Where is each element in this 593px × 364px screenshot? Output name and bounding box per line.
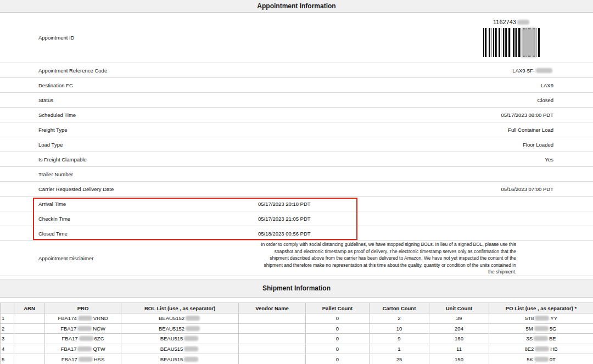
redaction-blur — [77, 326, 92, 331]
appointment-info-table: Appointment ID1162743Appointment Referen… — [0, 13, 593, 276]
barcode: 1162743 — [483, 19, 540, 57]
field-value: LAX9 — [258, 82, 593, 88]
table-cell-pallet: 0 — [306, 334, 370, 344]
redaction-blur — [79, 357, 93, 362]
field-label: Appointment Disclaimer — [0, 255, 258, 261]
shipment-info-title: Shipment Information — [262, 284, 331, 292]
appointment-row: StatusClosed — [0, 93, 593, 108]
shipment-table-header-row: ARNPROBOL List (use , as separator)Vendo… — [1, 303, 593, 313]
table-cell-pallet: 0 — [306, 313, 370, 324]
table-cell-vendor — [239, 334, 306, 344]
field-value: 05/17/2023 21:05 PDT — [258, 216, 593, 222]
table-cell-carton: 1 — [370, 344, 429, 354]
table-cell-carton: 25 — [370, 354, 429, 364]
field-label: CheckIn Time — [0, 216, 258, 222]
appointment-row: CheckIn Time05/17/2023 21:05 PDT — [0, 211, 593, 226]
section-gap — [0, 298, 593, 303]
redaction-blur — [186, 326, 200, 331]
field-label: Carrier Requested Delivery Date — [0, 186, 258, 192]
table-cell-pro: FBA17NCW — [45, 323, 121, 334]
table-cell-pro: FBA17QTW — [45, 344, 121, 354]
barcode-number: 1162743 — [483, 19, 540, 25]
table-cell-pro: FBA176ZC — [45, 334, 121, 344]
field-label: Trailer Number — [0, 171, 258, 177]
table-cell-unit: 204 — [429, 323, 489, 334]
field-label: Appointment ID — [0, 35, 258, 41]
table-cell-num: 5 — [1, 354, 14, 364]
redaction-blur — [77, 346, 92, 351]
table-cell-arn — [14, 344, 45, 354]
table-cell-arn — [14, 323, 45, 334]
appointment-row: Freight TypeFull Container Load — [0, 122, 593, 137]
column-header: Vendor Name — [239, 303, 306, 313]
table-cell-carton: 2 — [370, 313, 429, 324]
redaction-blur — [186, 316, 200, 321]
field-value: Full Container Load — [258, 127, 593, 133]
column-header: ARN — [14, 303, 45, 313]
table-cell-pallet: 0 — [306, 344, 370, 354]
appointment-row: Destination FCLAX9 — [0, 78, 593, 93]
redaction-blur — [534, 336, 548, 341]
appointment-row: Carrier Requested Delivery Date05/16/202… — [0, 182, 593, 197]
field-label: Appointment Reference Code — [0, 68, 258, 74]
field-label: Freight Type — [0, 127, 258, 133]
column-header: Unit Count — [429, 303, 489, 313]
redaction-blur — [184, 336, 198, 341]
column-header: Pallet Count — [306, 303, 370, 313]
shipment-table: ARNPROBOL List (use , as separator)Vendo… — [0, 303, 593, 364]
barcode-zone: 1162743 — [258, 19, 593, 57]
column-header: PO List (use , as separator) * — [489, 303, 593, 313]
field-value: 05/17/2023 08:00 PDT — [258, 112, 593, 118]
table-cell-bol: BEAU5152 — [121, 323, 239, 334]
table-cell-unit: 150 — [429, 354, 489, 364]
barcode-redaction-blur — [521, 28, 536, 57]
appointment-row: Appointment Reference CodeLAX9-5F- — [0, 63, 593, 78]
field-value: LAX9-5F- — [258, 68, 593, 74]
redaction-blur — [534, 326, 549, 331]
field-label: Closed Time — [0, 231, 258, 237]
redaction-blur — [184, 357, 198, 362]
table-cell-num: 3 — [1, 334, 14, 344]
table-cell-vendor — [239, 313, 306, 324]
table-cell-vendor — [239, 344, 306, 354]
table-cell-po: 8E2HB — [489, 344, 593, 354]
table-cell-bol: BEAU515 — [121, 334, 239, 344]
table-cell-vendor — [239, 354, 306, 364]
appointment-row: Trailer Number — [0, 167, 593, 182]
appointment-row: Appointment ID1162743 — [0, 13, 593, 63]
table-cell-bol: BEAU5152 — [121, 313, 239, 324]
table-cell-unit: 11 — [429, 344, 489, 354]
table-cell-num: 2 — [1, 323, 14, 334]
table-row: 5FBA17HSSBEAU5150251505K0T — [1, 354, 593, 364]
table-row: 3FBA176ZCBEAU515091603SBE — [1, 334, 593, 344]
appointment-row: Arrival Time05/17/2023 20:18 PDT — [0, 197, 593, 211]
field-label: Scheduled Time — [0, 112, 258, 118]
appointment-info-title: Appointment Information — [257, 2, 335, 10]
table-cell-vendor — [239, 323, 306, 334]
redaction-blur — [517, 20, 529, 25]
table-cell-pro: FBA17HSS — [45, 354, 121, 364]
redaction-blur — [536, 68, 552, 73]
table-cell-unit: 39 — [429, 313, 489, 324]
table-cell-carton: 10 — [370, 323, 429, 334]
table-row: 2FBA17NCWBEAU51520102045M5G — [1, 323, 593, 334]
table-cell-carton: 9 — [370, 334, 429, 344]
field-value: In order to comply with social distancin… — [258, 241, 593, 276]
field-label: Is Freight Clampable — [0, 156, 258, 163]
appointment-row: Load TypeFloor Loaded — [0, 137, 593, 152]
table-row: 1FBA174VRNDBEAU515202395T8YY — [1, 313, 593, 324]
field-label: Load Type — [0, 142, 258, 148]
table-cell-num: 1 — [1, 313, 14, 324]
field-value: 05/16/2023 07:00 PDT — [258, 186, 593, 192]
appointment-snapshot-page: Appointment Information Appointment ID11… — [0, 0, 593, 364]
appointment-row: Is Freight ClampableYes — [0, 152, 593, 167]
field-label: Arrival Time — [0, 201, 258, 207]
table-cell-pallet: 0 — [306, 354, 370, 364]
field-value: Yes — [258, 156, 593, 163]
table-cell-po: 5M5G — [489, 323, 593, 334]
redaction-blur — [184, 346, 198, 351]
column-header: Carton Count — [370, 303, 429, 313]
field-value: Floor Loaded — [258, 142, 593, 148]
table-cell-arn — [14, 334, 45, 344]
table-cell-bol: BEAU515 — [121, 344, 239, 354]
